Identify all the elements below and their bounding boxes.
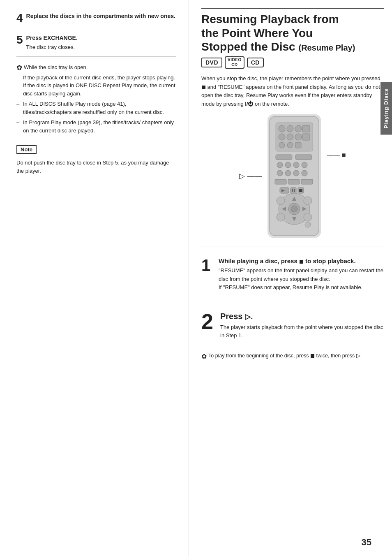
step-4-title: Replace the discs in the compartments wi… (26, 13, 175, 19)
note-section: Note Do not push the disc tray to close … (16, 143, 176, 175)
step2-title: Press ▷. (220, 311, 384, 322)
svg-rect-28 (291, 188, 296, 193)
step2-body: The player starts playback from the poin… (220, 323, 384, 340)
svg-rect-24 (288, 179, 300, 184)
svg-rect-30 (294, 189, 295, 192)
play-arrow-label: ▷ —— (239, 171, 262, 181)
svg-rect-5 (302, 125, 310, 132)
step1-body: "RESUME" appears on the front panel disp… (219, 266, 384, 291)
bottom-tip-text: To play from the beginning of the disc, … (208, 352, 362, 360)
power-button-ref: I/⏻ (245, 101, 253, 107)
section-top-divider (201, 8, 384, 9)
play-icon-tip: ▷ (356, 352, 360, 359)
left-column: 4 Replace the discs in the compartments … (0, 0, 189, 556)
step1-title: While playing a disc, press to stop play… (219, 257, 384, 265)
step-5-title: Press EXCHANGE. (26, 35, 78, 41)
play-icon-step2: ▷ (245, 313, 251, 321)
svg-point-42 (277, 213, 285, 221)
step-5-content: Press EXCHANGE. The disc tray closes. (26, 34, 176, 51)
tip-intro-text: While the disc tray is open, (24, 64, 88, 70)
svg-rect-23 (275, 179, 286, 184)
svg-point-2 (279, 125, 285, 132)
title-line3: Stopped the Disc (201, 40, 295, 53)
svg-point-4 (295, 125, 302, 132)
svg-point-3 (287, 125, 293, 132)
svg-rect-29 (292, 189, 293, 192)
stop-icon-inline (202, 86, 205, 89)
list-item: In ALL DISCS Shuffle Play mode (page 41)… (16, 100, 176, 116)
tip-icon: ✿ (16, 64, 22, 71)
svg-rect-25 (301, 179, 313, 184)
step2-number: 2 (201, 311, 218, 332)
svg-point-43 (304, 213, 312, 221)
svg-point-6 (279, 134, 285, 140)
svg-point-7 (287, 134, 293, 140)
remote-container: ▷ —— (201, 114, 384, 238)
step1-divider (201, 246, 384, 246)
stop-icon-step1 (300, 260, 303, 264)
svg-point-19 (277, 170, 283, 176)
svg-point-41 (304, 197, 312, 205)
format-badges: DVD VIDEOCD CD (201, 56, 384, 69)
title-line2: the Point Where You (201, 27, 313, 39)
svg-point-10 (279, 142, 285, 148)
svg-point-39 (291, 206, 297, 212)
list-item: If the playback of the current disc ends… (16, 74, 176, 98)
svg-point-16 (285, 162, 291, 168)
step1-number: 1 (201, 257, 216, 273)
step-5-row: 5 Press EXCHANGE. The disc tray closes. (16, 34, 176, 51)
svg-point-22 (302, 170, 307, 176)
svg-rect-12 (295, 142, 301, 148)
step1-content: While playing a disc, press to stop play… (219, 257, 384, 292)
page-number: 35 (362, 537, 371, 548)
svg-point-17 (293, 162, 299, 168)
tip-intro-row: ✿ While the disc tray is open, (16, 64, 176, 71)
svg-point-8 (295, 134, 302, 140)
right-column: Resuming Playback from the Point Where Y… (189, 0, 392, 556)
videocd-badge: VIDEOCD (225, 56, 244, 69)
svg-rect-14 (295, 155, 312, 160)
stop-square-label: —— ■ (327, 151, 346, 159)
step-4-number: 4 (16, 12, 23, 24)
step-5-body: The disc tray closes. (26, 43, 176, 51)
step2-content: Press ▷. The player starts playback from… (220, 311, 384, 340)
svg-rect-26 (280, 188, 289, 193)
section-title: Resuming Playback from the Point Where Y… (201, 12, 384, 54)
divider-1 (16, 29, 176, 29)
step2-divider (201, 300, 384, 300)
list-item: In Program Play mode (page 39), the titl… (16, 118, 176, 134)
note-label: Note (16, 145, 37, 154)
svg-rect-9 (302, 134, 310, 140)
remote-illustration-row: ▷ —— (239, 114, 346, 238)
svg-rect-13 (276, 155, 292, 160)
title-line1: Resuming Playback from (201, 13, 339, 25)
svg-point-15 (277, 162, 283, 168)
divider-2 (16, 56, 176, 57)
svg-point-21 (293, 170, 299, 176)
sidebar-tab: Playing Discs (380, 82, 392, 135)
svg-point-18 (302, 162, 307, 168)
svg-point-44 (305, 222, 311, 227)
bottom-tip: ✿ To play from the beginning of the disc… (201, 352, 384, 361)
svg-rect-32 (299, 189, 302, 192)
cd-badge: CD (247, 58, 264, 67)
note-body: Do not push the disc tray to close in St… (16, 159, 176, 175)
intro-text: When you stop the disc, the player remem… (201, 74, 384, 109)
step-4-row: 4 Replace the discs in the compartments … (16, 12, 176, 24)
remote-svg (267, 114, 321, 238)
svg-point-40 (277, 197, 285, 205)
title-sub: (Resume Play) (298, 43, 355, 52)
svg-point-11 (287, 142, 293, 148)
step-4-content: Replace the discs in the compartments wi… (26, 12, 176, 20)
tip-icon-right: ✿ (201, 352, 207, 361)
step-5-number: 5 (16, 34, 23, 46)
tip-section: ✿ While the disc tray is open, If the pl… (16, 64, 176, 135)
step1-row: 1 While playing a disc, press to stop pl… (201, 251, 384, 295)
stop-icon-tip1 (311, 354, 314, 358)
svg-point-20 (285, 170, 291, 176)
dvd-badge: DVD (201, 58, 222, 67)
step2-row: 2 Press ▷. The player starts playback fr… (201, 305, 384, 343)
page-container: 4 Replace the discs in the compartments … (0, 0, 392, 556)
tip-bullet-list: If the playback of the current disc ends… (16, 74, 176, 135)
